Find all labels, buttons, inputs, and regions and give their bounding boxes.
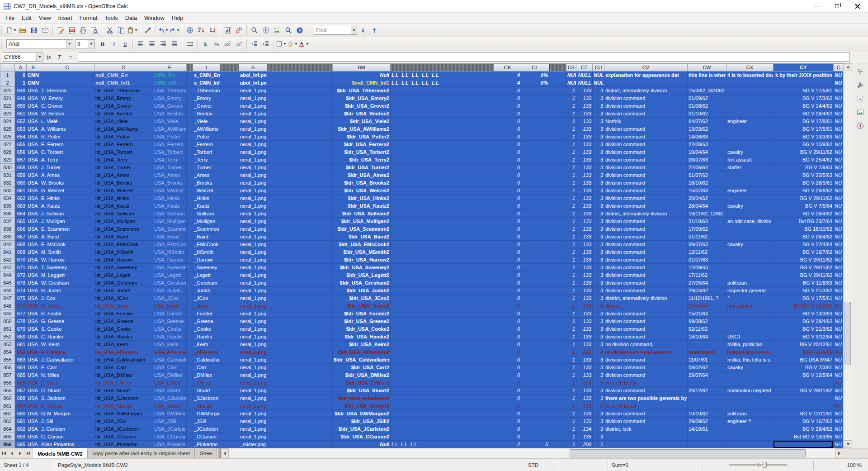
cell-D848[interactable]: ldr_USA_Noble — [94, 302, 153, 310]
cell-CL829[interactable] — [521, 156, 549, 164]
menu-item-format[interactable]: Format — [76, 13, 101, 23]
cell-S855[interactable]: neral_1.png — [239, 356, 267, 364]
cell-I844[interactable]: _Legett — [193, 271, 220, 279]
cell-F837[interactable] — [187, 218, 193, 225]
cell-T834[interactable] — [267, 195, 333, 202]
cell-C865[interactable]: NU — [834, 433, 844, 441]
cell-CS826[interactable]: 1 — [566, 133, 576, 141]
cell-CL836[interactable] — [521, 210, 549, 218]
horizontal-scrollbar-thumb[interactable] — [570, 449, 806, 457]
cell-CL820[interactable] — [521, 87, 549, 95]
toolbar-grip[interactable] — [1, 39, 4, 48]
cell-CV857[interactable]: division command — [604, 371, 688, 379]
cell-D854[interactable]: ldr_USA_AParsons — [94, 348, 153, 356]
export-pdf-icon[interactable]: PDF — [66, 24, 77, 36]
cell-CX824[interactable]: engineer — [726, 118, 774, 125]
cell-CV856[interactable]: division command — [604, 364, 688, 371]
menu-item-window[interactable]: Window — [141, 13, 168, 23]
cell-CL860[interactable] — [521, 395, 549, 402]
cell-CX863[interactable]: engineer ? — [726, 418, 774, 425]
cell-S835[interactable]: neral_1.png — [239, 202, 267, 210]
cell-BM853[interactable]: $ldr_USA_Keim2 — [333, 341, 391, 348]
cell-CX826[interactable] — [726, 133, 774, 141]
cell-CW834[interactable]: 20/04/62 — [688, 195, 726, 202]
cell-CS823[interactable]: 1 — [566, 110, 576, 118]
cell-CU866[interactable]: 1 — [593, 441, 604, 448]
cell-E843[interactable]: USA_Sweeney — [153, 264, 187, 271]
cell-CL840[interactable] — [521, 241, 549, 248]
cell-CS828[interactable]: 1 — [566, 148, 576, 156]
cell-CL846[interactable] — [521, 287, 549, 295]
column-header-F[interactable] — [187, 64, 193, 71]
cell-T1[interactable] — [267, 71, 333, 79]
find-input[interactable] — [314, 26, 351, 34]
cell-CY848[interactable]: Bvt BG V 13/3/65 — [774, 302, 834, 310]
cell-F863[interactable] — [187, 418, 193, 425]
cell-CM859[interactable] — [549, 387, 566, 395]
cell-CW864[interactable]: 14/10/61 — [688, 425, 726, 433]
horizontal-scrollbar[interactable] — [221, 448, 843, 458]
cell-CX825[interactable] — [726, 125, 774, 133]
cell-F827[interactable] — [187, 141, 193, 148]
cell-A832[interactable]: 660 — [15, 179, 27, 187]
cell-CW1[interactable]: this line is wher — [688, 71, 726, 79]
cell-S2[interactable]: abol_inf.png — [239, 79, 267, 87]
cell-CK850[interactable]: 0 — [494, 318, 521, 325]
cell-CY837[interactable]: Bvt BG 23/7/64 — [774, 218, 834, 225]
cell-BN840[interactable] — [391, 241, 494, 248]
cell-T823[interactable] — [267, 110, 333, 118]
cell-CK847[interactable]: 0 — [494, 295, 521, 302]
cell-F864[interactable] — [187, 425, 193, 433]
cell-CY830[interactable]: BG V 7/9/63 — [774, 164, 834, 171]
cell-BM859[interactable]: $ldr_USA_Stuart2 — [333, 387, 391, 395]
cell-B832[interactable]: USA — [27, 179, 40, 187]
insert-chart-icon[interactable] — [222, 24, 233, 36]
cell-CL821[interactable] — [521, 95, 549, 102]
column-header-T[interactable] — [267, 64, 333, 71]
cell-CV864[interactable]: district, lock — [604, 425, 688, 433]
cell-CK844[interactable]: 0 — [494, 271, 521, 279]
cell-CX827[interactable] — [726, 141, 774, 148]
cell-E832[interactable]: USA_Brooks — [153, 179, 187, 187]
cell-T848[interactable] — [267, 302, 333, 310]
cell-S865[interactable]: neral_1.png — [239, 433, 267, 441]
cell-CW850[interactable]: 09/08/62 — [688, 318, 726, 325]
cell-CL839[interactable] — [521, 233, 549, 241]
cell-CK833[interactable]: 0 — [494, 187, 521, 195]
cell-CV833[interactable]: division command — [604, 187, 688, 195]
cell-BM844[interactable]: $ldr_USA_Legett2 — [333, 271, 391, 279]
cell-CM836[interactable] — [549, 210, 566, 218]
cell-CW849[interactable]: 15/01/64 — [688, 310, 726, 318]
cell-BM860[interactable]: $ldr_USA_SJackson2 — [333, 395, 391, 402]
menu-item-file[interactable]: File — [2, 13, 18, 23]
cell-C859[interactable]: NU — [834, 387, 844, 395]
cell-A841[interactable]: 669 — [15, 248, 27, 256]
cell-CS866[interactable]: 1 — [566, 441, 576, 448]
row-header-849[interactable]: 849 — [0, 310, 15, 318]
cell-CX837[interactable]: an odd case, divisio — [726, 218, 774, 225]
cell-A837[interactable]: 665 — [15, 218, 27, 225]
cell-C837[interactable]: NU — [834, 218, 844, 225]
cell-B821[interactable]: USA — [27, 95, 40, 102]
cell-BN838[interactable] — [391, 225, 494, 233]
cell-CM822[interactable] — [549, 102, 566, 110]
cell-BM847[interactable]: $ldr_USA_JCox2 — [333, 295, 391, 302]
cell-C1[interactable]: NU — [834, 71, 844, 79]
cell-T844[interactable] — [267, 271, 333, 279]
cell-BM845[interactable]: $ldr_USA_Gresham2 — [333, 279, 391, 287]
cell-CY860[interactable] — [774, 395, 834, 402]
cell-S861[interactable]: neral_1.png — [239, 402, 267, 410]
cell-CL835[interactable] — [521, 202, 549, 210]
cell-S850[interactable]: neral_1.png — [239, 318, 267, 325]
cell-CV862[interactable]: division command — [604, 410, 688, 418]
cell-D823[interactable]: ldr_USA_Benton — [94, 110, 153, 118]
cell-I823[interactable]: _Benton — [193, 110, 220, 118]
cell-B848[interactable]: USA — [27, 302, 40, 310]
cell-CM858[interactable] — [549, 379, 566, 387]
cell-CY834[interactable]: BG V 29/11/62 — [774, 195, 834, 202]
cell-CV835[interactable]: division command — [604, 202, 688, 210]
cell-BN856[interactable] — [391, 364, 494, 371]
cell-C823[interactable]: NU — [834, 110, 844, 118]
cell-CM840[interactable] — [549, 241, 566, 248]
cell-D833[interactable]: ldr_USA_Weitzel — [94, 187, 153, 195]
